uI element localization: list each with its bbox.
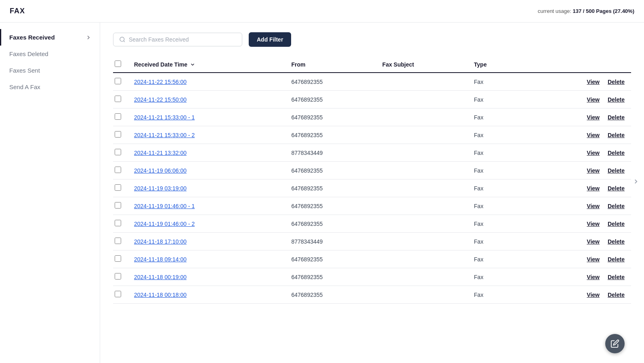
row-date-link[interactable]: 2024-11-18 17:10:00 — [134, 238, 187, 245]
row-subject-cell — [378, 108, 469, 126]
row-checkbox[interactable] — [115, 96, 121, 102]
row-checkbox[interactable] — [115, 255, 121, 262]
view-button[interactable]: View — [585, 167, 601, 174]
view-button[interactable]: View — [585, 185, 601, 192]
row-date-link[interactable]: 2024-11-22 15:56:00 — [134, 79, 187, 85]
row-checkbox[interactable] — [115, 220, 121, 226]
delete-button[interactable]: Delete — [606, 274, 626, 280]
row-checkbox-cell — [113, 91, 129, 108]
row-type-cell: Fax — [469, 215, 519, 233]
row-date-link[interactable]: 2024-11-18 00:19:00 — [134, 274, 187, 280]
row-type-cell: Fax — [469, 162, 519, 179]
sidebar-item-faxes-deleted[interactable]: Faxes Deleted — [0, 46, 100, 62]
delete-button[interactable]: Delete — [606, 256, 626, 263]
delete-button[interactable]: Delete — [606, 167, 626, 174]
row-date-link[interactable]: 2024-11-19 03:19:00 — [134, 185, 187, 192]
table-row: 2024-11-18 09:14:00 6476892355 Fax View … — [113, 250, 631, 268]
row-checkbox-cell — [113, 233, 129, 250]
view-button[interactable]: View — [585, 132, 601, 138]
delete-button[interactable]: Delete — [606, 238, 626, 245]
sidebar-item-send-a-fax[interactable]: Send A Fax — [0, 79, 100, 95]
row-checkbox[interactable] — [115, 202, 121, 209]
row-type-cell: Fax — [469, 286, 519, 304]
col-date[interactable]: Received Date Time — [129, 56, 286, 73]
search-input[interactable] — [129, 36, 236, 43]
view-button[interactable]: View — [585, 274, 601, 280]
delete-button[interactable]: Delete — [606, 114, 626, 121]
row-actions-cell: View Delete — [519, 286, 631, 304]
search-box[interactable] — [113, 33, 242, 46]
main-content: Add Filter Received Date Time — [100, 23, 644, 363]
row-date-link[interactable]: 2024-11-19 01:46:00 - 2 — [134, 221, 195, 227]
delete-button[interactable]: Delete — [606, 221, 626, 227]
delete-button[interactable]: Delete — [606, 292, 626, 298]
row-checkbox[interactable] — [115, 78, 121, 84]
row-date-link[interactable]: 2024-11-21 15:33:00 - 1 — [134, 114, 195, 121]
row-checkbox[interactable] — [115, 149, 121, 155]
delete-button[interactable]: Delete — [606, 150, 626, 156]
sidebar-item-faxes-received[interactable]: Faxes Received — [0, 29, 100, 46]
row-subject-cell — [378, 162, 469, 179]
row-checkbox-cell — [113, 162, 129, 179]
table-row: 2024-11-19 03:19:00 6476892355 Fax View … — [113, 179, 631, 197]
delete-button[interactable]: Delete — [606, 96, 626, 103]
row-date-cell: 2024-11-18 17:10:00 — [129, 233, 286, 250]
view-button[interactable]: View — [585, 79, 601, 85]
row-actions-cell: View Delete — [519, 144, 631, 162]
row-checkbox[interactable] — [115, 273, 121, 280]
row-date-link[interactable]: 2024-11-22 15:50:00 — [134, 96, 187, 103]
row-type-cell: Fax — [469, 197, 519, 215]
row-date-link[interactable]: 2024-11-21 13:32:00 — [134, 150, 187, 156]
row-date-link[interactable]: 2024-11-19 06:06:00 — [134, 167, 187, 174]
row-checkbox-cell — [113, 179, 129, 197]
row-actions-cell: View Delete — [519, 215, 631, 233]
view-button[interactable]: View — [585, 96, 601, 103]
row-checkbox[interactable] — [115, 238, 121, 244]
view-button[interactable]: View — [585, 238, 601, 245]
view-button[interactable]: View — [585, 292, 601, 298]
sidebar-item-faxes-sent[interactable]: Faxes Sent — [0, 62, 100, 79]
row-from-cell: 8778343449 — [286, 233, 377, 250]
row-date-cell: 2024-11-18 00:18:00 — [129, 286, 286, 304]
view-button[interactable]: View — [585, 203, 601, 209]
row-actions-cell: View Delete — [519, 91, 631, 108]
row-checkbox[interactable] — [115, 113, 121, 120]
row-actions-cell: View Delete — [519, 197, 631, 215]
delete-button[interactable]: Delete — [606, 79, 626, 85]
row-date-cell: 2024-11-18 00:19:00 — [129, 268, 286, 286]
table-row: 2024-11-19 01:46:00 - 1 6476892355 Fax V… — [113, 197, 631, 215]
row-checkbox[interactable] — [115, 291, 121, 297]
floating-edit-button[interactable] — [605, 334, 625, 353]
svg-line-1 — [124, 41, 125, 42]
col-actions — [519, 56, 631, 73]
select-all-checkbox[interactable] — [115, 60, 121, 67]
view-button[interactable]: View — [585, 256, 601, 263]
row-date-link[interactable]: 2024-11-21 15:33:00 - 2 — [134, 132, 195, 138]
delete-button[interactable]: Delete — [606, 185, 626, 192]
delete-button[interactable]: Delete — [606, 203, 626, 209]
app-header: FAX current usage: 137 / 500 Pages (27.4… — [0, 0, 644, 23]
table-row: 2024-11-21 15:33:00 - 2 6476892355 Fax V… — [113, 126, 631, 144]
chevron-right-scroll-icon — [632, 178, 640, 185]
col-type: Type — [469, 56, 519, 73]
row-checkbox[interactable] — [115, 131, 121, 138]
row-date-link[interactable]: 2024-11-18 00:18:00 — [134, 292, 187, 298]
delete-button[interactable]: Delete — [606, 132, 626, 138]
row-date-link[interactable]: 2024-11-19 01:46:00 - 1 — [134, 203, 195, 209]
row-checkbox-cell — [113, 108, 129, 126]
toolbar: Add Filter — [113, 32, 631, 47]
view-button[interactable]: View — [585, 150, 601, 156]
row-checkbox[interactable] — [115, 184, 121, 191]
fax-table: Received Date Time From Fax Subject Type — [113, 56, 631, 304]
row-checkbox[interactable] — [115, 167, 121, 173]
edit-icon — [610, 339, 619, 348]
add-filter-button[interactable]: Add Filter — [249, 32, 291, 47]
scroll-right-arrow[interactable] — [631, 172, 641, 191]
usage-info: current usage: 137 / 500 Pages (27.40%) — [538, 8, 634, 14]
row-date-link[interactable]: 2024-11-18 09:14:00 — [134, 256, 187, 263]
view-button[interactable]: View — [585, 114, 601, 121]
row-actions-cell: View Delete — [519, 179, 631, 197]
sidebar-label-faxes-sent: Faxes Sent — [9, 67, 40, 74]
view-button[interactable]: View — [585, 221, 601, 227]
table-row: 2024-11-22 15:56:00 6476892355 Fax View … — [113, 73, 631, 91]
